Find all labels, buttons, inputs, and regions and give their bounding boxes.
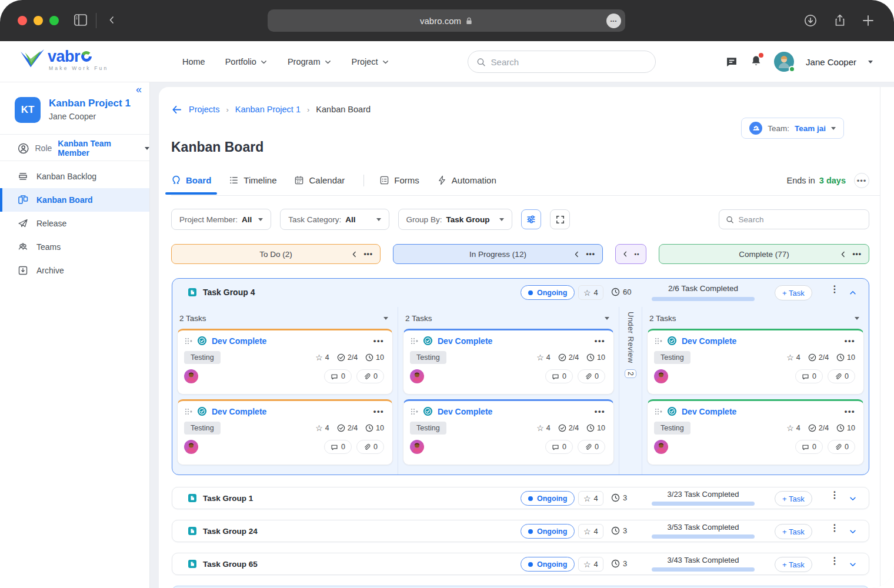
group-kebab-icon[interactable]: ⋮	[830, 525, 839, 531]
drag-handle-icon[interactable]	[654, 337, 662, 345]
assignee-avatar[interactable]	[410, 369, 424, 383]
drag-handle-icon[interactable]	[410, 337, 418, 345]
add-task-button[interactable]: + Task	[775, 524, 812, 539]
column-header-in-progress[interactable]: In Progress (12)•••	[393, 244, 603, 264]
comments-count[interactable]: 0	[795, 369, 823, 383]
url-more-icon[interactable]: •••	[606, 14, 621, 28]
nav-program[interactable]: Program	[288, 57, 332, 66]
column-caret-icon[interactable]	[383, 317, 388, 320]
address-bar[interactable]: vabro.com •••	[268, 9, 625, 32]
expand-column-icon[interactable]	[622, 250, 629, 258]
tab-forms[interactable]: Forms	[379, 175, 419, 186]
add-task-button[interactable]: + Task	[775, 557, 812, 572]
task-card[interactable]: Dev Complete••• Testing☆42/410 00	[177, 329, 393, 395]
attachments-count[interactable]: 0	[578, 369, 605, 383]
comments-count[interactable]: 0	[545, 440, 573, 454]
status-badge[interactable]: Ongoing	[521, 524, 575, 539]
nav-project[interactable]: Project	[352, 57, 389, 66]
task-group-name[interactable]: Task Group 1	[203, 494, 253, 503]
column-more-icon[interactable]: •••	[586, 250, 595, 258]
task-group-row-partial[interactable]: Ongoing 3/25 Task Completed + Task ⋮	[172, 586, 869, 588]
task-card[interactable]: Dev Complete••• Testing☆42/410 00	[403, 329, 614, 395]
column-caret-icon[interactable]	[855, 317, 859, 320]
project-name[interactable]: Kanban Project 1	[49, 97, 131, 110]
attachments-count[interactable]: 0	[828, 369, 855, 383]
column-more-icon[interactable]: •••	[363, 250, 373, 258]
status-badge[interactable]: Ongoing	[521, 557, 575, 572]
filter-group-by[interactable]: Group By:Task Group	[398, 209, 513, 230]
sidebar-collapse-icon[interactable]: «	[136, 83, 142, 96]
assignee-avatar[interactable]	[184, 369, 198, 383]
board-search-input[interactable]	[739, 215, 862, 224]
column-more-icon[interactable]: •••	[852, 250, 862, 258]
feedback-icon[interactable]	[725, 55, 738, 68]
nav-portfolio[interactable]: Portfolio	[225, 57, 268, 66]
task-group-row[interactable]: Task Group 24 Ongoing ☆4 3 3/53 Task Com…	[172, 520, 869, 542]
card-more-icon[interactable]: •••	[373, 336, 384, 345]
close-window-button[interactable]	[18, 16, 27, 25]
task-title-link[interactable]: Dev Complete	[682, 407, 736, 416]
column-caret-icon[interactable]	[605, 317, 609, 320]
sidebar-toggle-icon[interactable]	[74, 14, 88, 29]
task-card[interactable]: Dev Complete••• Testing☆42/410 00	[647, 399, 864, 465]
user-avatar[interactable]	[774, 52, 794, 72]
vabro-logo[interactable]: vabr Make Work Fun	[19, 48, 108, 71]
task-title-link[interactable]: Dev Complete	[212, 407, 266, 416]
tab-board[interactable]: Board	[171, 175, 211, 186]
comments-count[interactable]: 0	[324, 440, 352, 454]
comments-count[interactable]: 0	[545, 369, 573, 383]
global-search[interactable]	[468, 51, 656, 73]
card-more-icon[interactable]: •••	[845, 336, 855, 345]
back-arrow-icon[interactable]	[171, 104, 182, 115]
board-search[interactable]	[719, 209, 869, 229]
comments-count[interactable]: 0	[795, 440, 823, 454]
column-header-under-review-collapsed[interactable]: ••	[615, 244, 646, 264]
column-more-icon[interactable]: ••	[634, 251, 639, 258]
notifications-bell-icon[interactable]	[750, 55, 762, 69]
task-title-link[interactable]: Dev Complete	[212, 336, 266, 346]
sidebar-item-archive[interactable]: Archive	[0, 259, 149, 282]
comments-count[interactable]: 0	[324, 369, 352, 383]
filter-task-category[interactable]: Task Category:All	[280, 209, 389, 230]
drag-handle-icon[interactable]	[184, 407, 192, 416]
collapse-column-icon[interactable]	[573, 250, 581, 258]
collapse-column-icon[interactable]	[839, 250, 847, 258]
back-icon[interactable]	[107, 15, 116, 27]
task-title-link[interactable]: Dev Complete	[682, 336, 736, 346]
column-header-complete[interactable]: Complete (77)•••	[659, 244, 869, 264]
attachments-count[interactable]: 0	[356, 369, 384, 383]
board-settings-button[interactable]	[521, 209, 541, 229]
card-more-icon[interactable]: •••	[845, 407, 855, 416]
attachments-count[interactable]: 0	[578, 440, 605, 454]
task-group-row[interactable]: Task Group 65 Ongoing ☆4 3 3/43 Task Com…	[172, 553, 869, 575]
task-card[interactable]: Dev Complete••• Testing☆42/410 00	[647, 329, 864, 395]
sidebar-item-teams[interactable]: Teams	[0, 235, 149, 259]
card-more-icon[interactable]: •••	[595, 336, 605, 345]
assignee-avatar[interactable]	[184, 440, 198, 454]
user-menu-caret-icon[interactable]	[868, 61, 873, 64]
global-search-input[interactable]	[491, 57, 647, 67]
share-icon[interactable]	[833, 14, 847, 30]
tab-timeline[interactable]: Timeline	[229, 175, 276, 186]
minimize-window-button[interactable]	[34, 16, 43, 25]
task-group-name[interactable]: Task Group 65	[203, 560, 258, 569]
column-header-todo[interactable]: To Do (2)•••	[171, 244, 381, 264]
collapse-group-icon[interactable]	[849, 289, 857, 297]
attachments-count[interactable]: 0	[828, 440, 855, 454]
status-badge[interactable]: Ongoing	[521, 285, 575, 300]
card-more-icon[interactable]: •••	[595, 407, 605, 416]
breadcrumb-project[interactable]: Kanban Project 1	[235, 105, 301, 114]
add-task-button[interactable]: + Task	[775, 491, 812, 506]
collapse-column-icon[interactable]	[351, 250, 358, 258]
tab-automation[interactable]: Automation	[437, 175, 496, 186]
task-card[interactable]: Dev Complete••• Testing☆42/410 00	[403, 399, 614, 465]
status-badge[interactable]: Ongoing	[521, 491, 575, 506]
nav-home[interactable]: Home	[182, 57, 205, 66]
attachments-count[interactable]: 0	[356, 440, 384, 454]
tab-calendar[interactable]: Calendar	[294, 175, 345, 186]
task-card[interactable]: Dev Complete••• Testing☆42/410 00	[177, 399, 393, 465]
filter-project-member[interactable]: Project Member:All	[171, 209, 271, 230]
sidebar-item-release[interactable]: Release	[0, 212, 149, 235]
assignee-avatar[interactable]	[654, 440, 668, 454]
new-tab-icon[interactable]	[861, 14, 875, 30]
